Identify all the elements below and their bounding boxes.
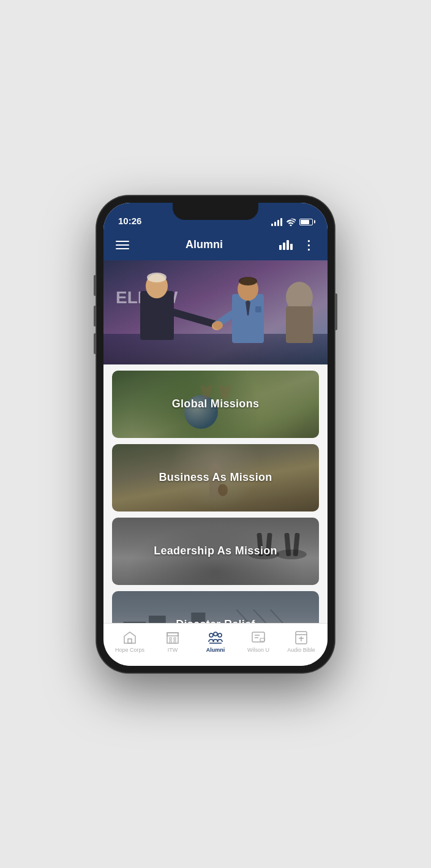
tab-label-hope-corps: Hope Corps [115,647,144,653]
svg-point-42 [214,632,217,636]
tab-label-alumni: Alumni [206,647,225,653]
tab-wilson-u[interactable]: Wilson U [237,630,280,653]
more-options-icon[interactable]: ⋮ [302,238,315,252]
card-disaster-relief[interactable]: CARE Disaster Relief [112,591,319,623]
card-label-business: Business As Mission [112,444,319,511]
tab-audio-bible[interactable]: Audio Bible [280,630,323,653]
phone-notch [173,203,258,220]
tab-itw[interactable]: ITW [151,630,194,653]
page-title: Alumni [186,238,223,251]
battery-icon [299,219,313,225]
book-icon [294,630,309,645]
svg-point-43 [218,633,222,637]
home-icon [122,630,137,645]
stats-icon[interactable] [279,240,293,250]
card-global-missions[interactable]: Global Missions [112,371,319,438]
card-label-global: Global Missions [112,371,319,438]
signal-icon [271,218,282,226]
nav-right-actions: ⋮ [279,238,315,252]
svg-rect-37 [170,638,171,640]
tab-bar: Hope Corps ITW [103,623,328,666]
svg-rect-35 [167,633,178,643]
tab-hope-corps[interactable]: Hope Corps [108,630,151,653]
svg-rect-38 [174,638,176,640]
card-label-leadership: Leadership As Mission [112,518,319,585]
tab-label-itw: ITW [168,647,178,653]
tab-alumni[interactable]: Alumni [194,630,237,653]
svg-point-41 [209,633,213,637]
phone-frame: 10:26 [96,195,335,673]
svg-point-10 [239,277,257,285]
tab-label-audio-bible: Audio Bible [287,647,315,653]
navigation-bar: Alumni ⋮ [103,230,328,260]
svg-rect-34 [128,639,132,643]
svg-rect-14 [255,306,261,312]
building-icon [165,630,180,645]
svg-point-5 [147,273,167,282]
svg-rect-48 [260,638,264,641]
card-leadership-mission[interactable]: Leadership As Mission [112,518,319,585]
status-time: 10:26 [118,216,141,226]
certificate-icon [251,630,266,645]
scroll-content[interactable]: Global Missions Business As Mission [103,364,328,623]
phone-screen: 10:26 [103,203,328,666]
hero-image: ELLOW [103,260,328,364]
card-label-disaster: Disaster Relief [112,591,319,623]
cards-container: Global Missions Business As Mission [103,364,328,623]
hero-illustration: ELLOW [103,260,328,364]
svg-rect-3 [140,291,174,340]
svg-rect-36 [167,633,178,636]
card-business-mission[interactable]: Business As Mission [112,444,319,511]
svg-point-12 [213,321,223,330]
svg-rect-16 [286,306,313,343]
wifi-icon [286,218,296,226]
hamburger-menu[interactable] [116,241,129,249]
people-icon [208,630,223,645]
svg-rect-45 [252,632,264,642]
status-icons [271,218,313,226]
tab-label-wilson-u: Wilson U [247,647,269,653]
